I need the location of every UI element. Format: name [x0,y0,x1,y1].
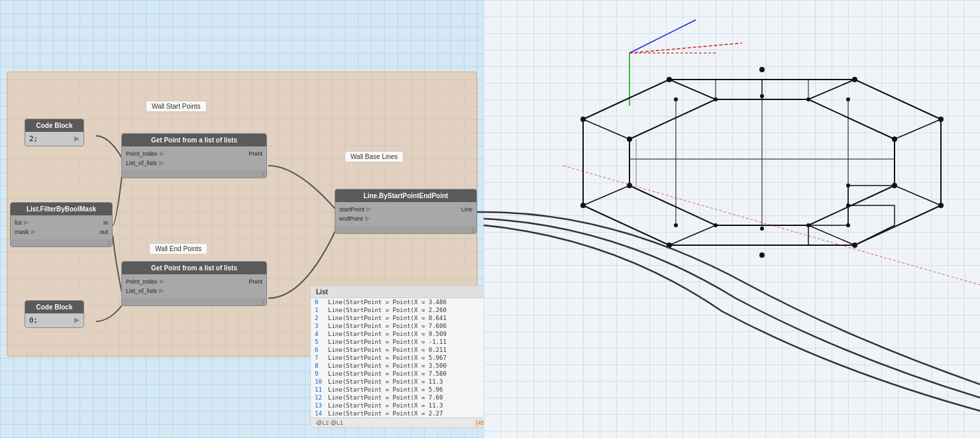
list-filter-body: list in mask out [11,215,112,239]
svg-point-48 [846,223,850,227]
list-output-panel: List 0Line(StartPoint = Point(X = 3.4861… [310,286,484,428]
list-filter-input-mask: mask [15,229,36,235]
svg-line-7 [895,186,941,205]
wall-start-points-label: Wall Start Points [146,101,207,112]
list-item: 6Line(StartPoint = Point(X = 0.211 [311,346,484,354]
list-item: 1Line(StartPoint = Point(X = 2.260 [311,306,484,314]
line-node-input-start: startPoint [339,206,372,213]
svg-line-49 [629,20,696,53]
node-graph: Wall Start Points Code Block 2; Get Poin… [0,0,484,438]
get-point-2[interactable]: Get Point from a list of lists Point_Ind… [121,261,267,306]
code-block-1[interactable]: Code Block 2; [25,119,84,146]
list-filter-port-row-2: mask out [15,227,108,237]
svg-line-10 [583,186,629,205]
get-point-2-output: Point [248,278,262,285]
svg-point-28 [938,203,944,208]
svg-point-47 [846,97,850,101]
list-filter-indicator: | [11,239,112,246]
list-filter-input-list: list [15,219,29,226]
get-point-1-input-1: Point_Index [126,150,165,157]
code-block-2-body: 0; [25,313,83,327]
get-point-1-input-2-arrow [159,160,164,166]
line-node-header: Line.ByStartPointEndPoint [335,190,476,202]
get-point-1[interactable]: Get Point from a list of lists Point_Ind… [121,133,267,178]
list-item: 5Line(StartPoint = Point(X = -1.11 [311,338,484,346]
get-point-1-header: Get Point from a list of lists [122,134,266,146]
list-output-header: List [311,286,484,298]
svg-point-34 [714,97,718,101]
svg-point-32 [580,203,586,208]
svg-line-13 [808,80,855,99]
list-item: 9Line(StartPoint = Point(X = 7.580 [311,370,484,378]
get-point-2-body: Point_Index Point List_of_lists [122,274,266,298]
svg-point-43 [674,97,678,101]
svg-point-41 [846,184,850,188]
line-end-input-arrow [365,216,370,221]
list-item: 14Line(StartPoint = Point(X = 2.27 [311,410,484,417]
code-block-1-body: 2; [25,132,83,146]
viewport-3d [484,0,980,438]
list-item: 12Line(StartPoint = Point(X = 7.60 [311,394,484,402]
svg-point-36 [892,137,897,142]
svg-point-39 [714,223,718,227]
line-node-input-end: endPoint [339,215,370,222]
line-node-port-row-1: startPoint Line [339,205,472,214]
line-start-input-arrow [366,207,372,212]
code-block-1-output-arrow [74,137,80,142]
svg-point-29 [852,243,857,248]
svg-point-30 [759,252,765,258]
svg-point-33 [627,137,632,142]
list-filter-port-row-1: list in [15,218,108,227]
code-block-2[interactable]: Code Block 0; [25,300,84,328]
get-point-1-output: Point [248,150,262,157]
svg-point-38 [806,223,810,227]
list-item: 7Line(StartPoint = Point(X = 5.967 [311,354,484,362]
list-item: 2Line(StartPoint = Point(X = 8.641 [311,314,484,322]
svg-point-25 [759,67,765,72]
list-item: 8Line(StartPoint = Point(X = 3.500 [311,362,484,370]
list-output-footer: @L2 @L1 {45} [311,417,484,427]
line-node-body: startPoint Line endPoint [335,202,476,226]
line-node[interactable]: Line.ByStartPointEndPoint startPoint Lin… [335,189,477,234]
line-node-output: Line [461,206,472,213]
code-block-2-output-arrow [74,318,80,323]
list-output-rows: 0Line(StartPoint = Point(X = 3.4861Line(… [311,298,484,417]
svg-point-35 [806,97,810,101]
get-point-2-input-2: List_of_lists [126,288,164,294]
svg-point-42 [846,203,850,207]
svg-line-9 [669,225,716,245]
code-block-1-header: Code Block [25,119,83,132]
get-point-2-header: Get Point from a list of lists [122,262,266,274]
list-filter-node[interactable]: List.FilterByBoolMask list in mask [10,202,113,247]
wall-end-points-label: Wall End Points [149,243,207,254]
mask-input-arrow [31,229,36,235]
list-filter-output-out: out [99,229,108,235]
get-point-1-input-2: List_of_lists [126,160,164,166]
3d-viewport-svg [484,0,980,438]
svg-line-3 [583,119,629,139]
get-point-1-indicator: | [122,170,266,178]
svg-point-44 [674,223,678,227]
list-filter-header: List.FilterByBoolMask [11,203,112,215]
get-point-1-input-1-arrow [160,151,165,156]
svg-point-46 [760,227,764,231]
list-item: 11Line(StartPoint = Point(X = 5.96 [311,386,484,394]
code-block-2-header: Code Block [25,301,83,313]
get-point-1-port-row-1: Point_Index Point [126,149,262,158]
get-point-2-port-row-1: Point_Index Point [126,277,262,286]
list-item: 4Line(StartPoint = Point(X = 9.509 [311,330,484,338]
line-node-indicator: | [335,226,476,233]
list-input-arrow [24,220,29,225]
wall-base-lines-label: Wall Base Lines [345,151,404,162]
list-item: 10Line(StartPoint = Point(X = 11.3 [311,378,484,386]
svg-point-26 [852,77,857,82]
svg-point-45 [760,94,764,98]
get-point-1-body: Point_Index Point List_of_lists [122,146,266,170]
list-filter-output-in: in [103,219,108,226]
get-point-2-input-1-arrow [160,279,165,284]
get-point-2-indicator: | [122,298,266,305]
svg-line-11 [669,80,716,99]
svg-point-23 [580,117,586,122]
svg-point-24 [667,77,672,82]
list-item: 13Line(StartPoint = Point(X = 11.3 [311,402,484,410]
